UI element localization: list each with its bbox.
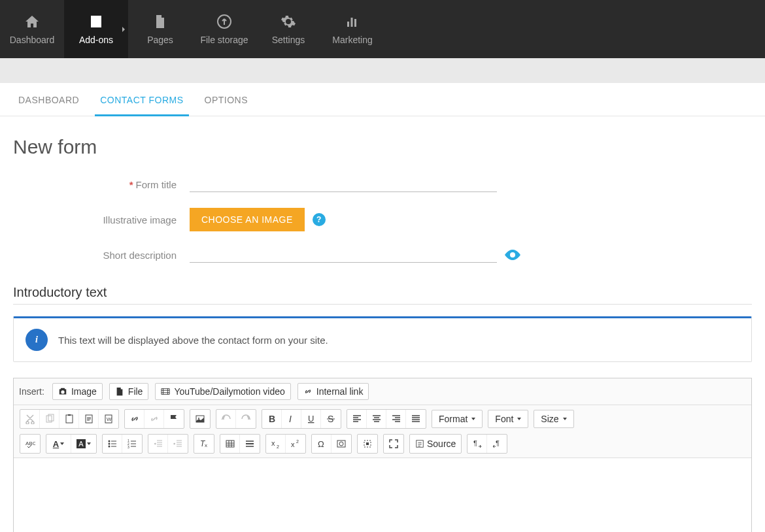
bold-button[interactable]: B [262,410,282,428]
ltr-icon: ¶ [472,439,483,449]
nav-marketing[interactable]: Marketing [320,0,384,58]
special-char-button[interactable]: Ω [312,435,332,453]
redo-button[interactable] [236,410,256,428]
underline-icon: U [306,414,316,424]
paste-button[interactable] [60,410,79,428]
align-left-button[interactable] [347,410,367,428]
select-all-button[interactable] [358,435,377,453]
upload-icon [216,14,232,29]
undo-button[interactable] [216,410,236,428]
strike-button[interactable]: S [321,410,341,428]
nav-pages[interactable]: Pages [128,0,192,58]
svg-point-18 [108,446,110,448]
indent-button[interactable] [168,435,188,453]
gray-strip [0,58,765,83]
choose-image-button[interactable]: CHOOSE AN IMAGE [190,208,305,231]
maximize-button[interactable] [384,435,403,453]
number-list-button[interactable]: 123 [122,435,142,453]
section-title: Introductory text [13,285,752,305]
superscript-button[interactable]: x2 [286,435,305,453]
short-description-input[interactable] [190,247,497,263]
image-button[interactable] [190,410,210,428]
outdent-icon [153,439,163,449]
maximize-icon [388,439,399,449]
bullet-list-button[interactable] [103,435,122,453]
align-justify-button[interactable] [406,410,426,428]
iframe-icon [336,439,347,449]
subscript-button[interactable]: x2 [266,435,286,453]
svg-text:x: x [205,442,207,448]
iframe-button[interactable] [332,435,351,453]
ltr-button[interactable]: ¶ [468,435,487,453]
italic-button[interactable]: I [282,410,301,428]
info-text: This text will be displayed above the co… [58,335,328,346]
italic-icon: I [286,414,297,424]
align-justify-icon [411,414,421,424]
editor-insert-bar: Insert: Image File YouTube/Dailymotion v… [14,378,751,405]
svg-rect-24 [226,441,234,447]
link-button[interactable] [125,410,144,428]
paste-text-button[interactable] [79,410,99,428]
spellcheck-button[interactable]: ABC [20,435,40,453]
superscript-icon: x2 [290,439,301,449]
insert-image-button[interactable]: Image [52,383,103,400]
svg-text:ABC: ABC [26,441,35,446]
source-button[interactable]: Source [410,435,461,453]
tab-contact-forms[interactable]: CONTACT FORMS [95,83,188,116]
nav-label: Dashboard [10,35,55,45]
editor-toolbar: W B I U S [14,405,751,458]
nav-file-storage[interactable]: File storage [192,0,256,58]
tab-dashboard[interactable]: DASHBOARD [13,83,84,116]
paste-word-button[interactable]: W [99,410,118,428]
gear-icon [280,14,296,29]
bars-icon [345,14,360,29]
bg-color-button[interactable]: A [71,435,96,453]
eye-icon[interactable] [505,250,520,260]
unlink-icon [149,414,160,424]
align-right-button[interactable] [386,410,406,428]
svg-rect-4 [68,414,71,416]
copy-button[interactable] [40,410,60,428]
paste-text-icon [84,414,94,424]
align-right-icon [391,414,401,424]
insert-video-button[interactable]: YouTube/Dailymotion video [155,383,290,400]
tabs: DASHBOARD CONTACT FORMS OPTIONS [0,83,765,116]
table-icon [225,439,235,449]
size-dropdown[interactable]: Size [534,410,573,428]
nav-addons[interactable]: Add-ons [64,0,128,58]
font-dropdown[interactable]: Font [488,410,528,428]
svg-text:U: U [308,414,314,424]
editor-body[interactable] [14,458,751,532]
image-icon [195,414,205,424]
align-center-button[interactable] [367,410,386,428]
nav-settings[interactable]: Settings [256,0,320,58]
insert-label: Insert: [19,386,44,397]
cut-button[interactable] [20,410,40,428]
link-icon [129,414,140,424]
insert-file-button[interactable]: File [109,383,149,400]
help-icon[interactable]: ? [313,213,326,226]
camera-icon [58,387,67,396]
underline-button[interactable]: U [301,410,321,428]
tab-options[interactable]: OPTIONS [199,83,254,116]
nav-label: Marketing [332,35,372,45]
svg-text:I: I [289,414,292,424]
anchor-button[interactable] [164,410,184,428]
insert-link-button[interactable]: Internal link [298,383,369,400]
link-icon [303,387,313,396]
subscript-icon: x2 [271,439,281,449]
nav-dashboard[interactable]: Dashboard [0,0,64,58]
rtl-button[interactable]: ¶ [487,435,507,453]
text-color-button[interactable]: A [46,435,71,453]
outdent-button[interactable] [148,435,168,453]
unlink-button[interactable] [144,410,164,428]
format-dropdown[interactable]: Format [432,410,483,428]
row-illustrative-image: Illustrative image CHOOSE AN IMAGE ? [13,208,752,231]
svg-text:B: B [269,414,275,424]
svg-point-17 [108,443,110,445]
undo-icon [221,414,231,424]
form-title-input[interactable] [190,176,497,192]
remove-format-button[interactable]: Tx [194,435,214,453]
hr-button[interactable] [240,435,260,453]
table-button[interactable] [220,435,240,453]
